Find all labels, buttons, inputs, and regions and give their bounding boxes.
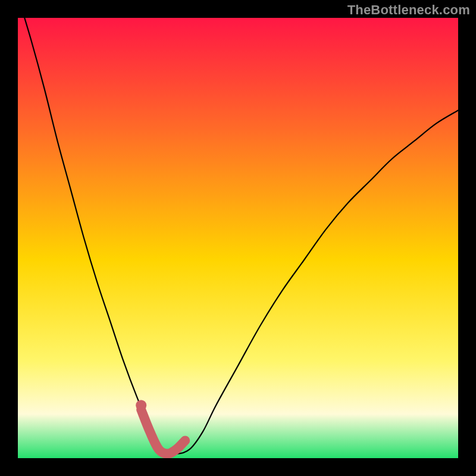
watermark-label: TheBottleneck.com bbox=[347, 2, 470, 18]
trough-highlight-dot bbox=[136, 400, 146, 411]
plot-area bbox=[18, 18, 458, 458]
bottleneck-chart bbox=[18, 18, 458, 458]
chart-frame: TheBottleneck.com bbox=[0, 0, 476, 476]
